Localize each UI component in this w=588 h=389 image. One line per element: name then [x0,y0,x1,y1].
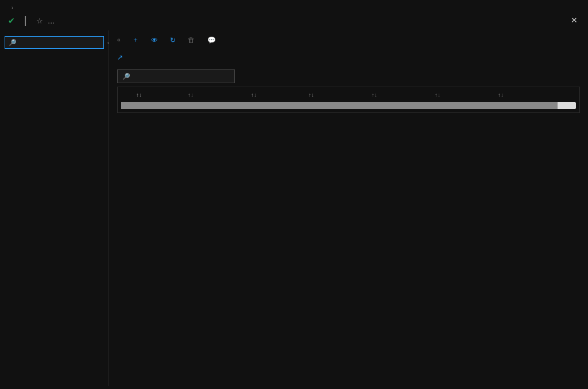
feedback-button[interactable]: 💬 [207,36,219,44]
favorite-star-icon[interactable]: ☆ [36,17,43,25]
feedback-icon: 💬 [207,36,216,44]
sidebar: 🔎 « [0,30,109,386]
page-header: ✔ | ☆ … ✕ [0,13,588,30]
hide-default-rules-button[interactable]: 👁 [151,36,161,44]
plus-icon: ＋ [132,35,139,45]
sidebar-search-input[interactable] [19,38,105,46]
chevron-right-icon: › [11,5,13,11]
horizontal-scrollbar[interactable] [121,102,576,109]
rules-table: ↑↓ ↑↓ ↑↓ ↑↓ ↑↓ ↑↓ ↑↓ [117,87,580,113]
search-icon: 🔎 [122,73,130,80]
filter-name-input[interactable] [133,72,230,80]
col-port[interactable]: ↑↓ [249,91,306,99]
table-header: ↑↓ ↑↓ ↑↓ ↑↓ ↑↓ ↑↓ ↑↓ [118,87,579,102]
delete-button[interactable]: 🗑 [188,36,198,44]
description-text: ↗ [117,50,580,69]
eye-icon: 👁 [151,36,158,44]
col-priority[interactable]: ↑↓ [134,91,185,99]
search-icon: 🔎 [9,39,17,46]
nsg-icon: ✔ [8,16,15,25]
main-content: « ＋ 👁 ↻ 🗑 💬 ↗ 🔎 ↑↓ ↑↓ ↑↓ [109,30,588,386]
filters-row: 🔎 [117,69,580,83]
col-source[interactable]: ↑↓ [369,91,432,99]
learn-more-link[interactable]: ↗ [117,53,123,61]
collapse-pane-icon[interactable]: « [117,37,121,43]
sidebar-search[interactable]: 🔎 « [5,36,104,49]
breadcrumb: › [0,0,588,13]
refresh-button[interactable]: ↻ [170,36,179,44]
add-button[interactable]: ＋ [132,35,142,45]
close-icon[interactable]: ✕ [568,13,580,27]
col-destination[interactable]: ↑↓ [432,91,496,99]
refresh-icon: ↻ [170,36,176,44]
filter-name-search[interactable]: 🔎 [117,69,235,83]
more-menu-icon[interactable]: … [48,17,55,25]
col-protocol[interactable]: ↑↓ [306,91,369,99]
col-name[interactable]: ↑↓ [185,91,249,99]
toolbar: « ＋ 👁 ↻ 🗑 💬 [117,33,580,50]
trash-icon: 🗑 [188,36,195,44]
col-action[interactable]: ↑↓ [496,91,564,99]
